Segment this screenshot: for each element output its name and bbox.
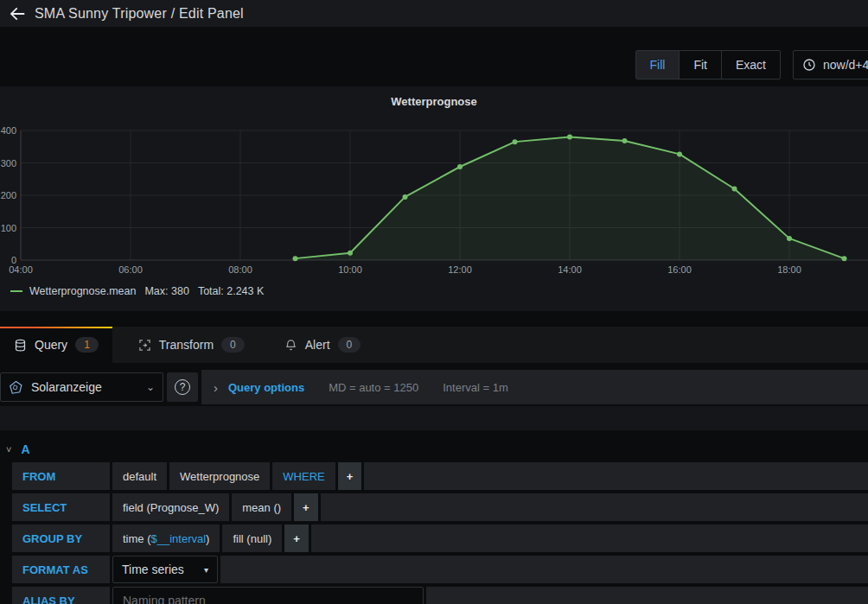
chevron-down-icon: ⌄	[146, 381, 155, 393]
query-options-toggle[interactable]: Query options	[228, 381, 304, 394]
svg-text:14:00: 14:00	[558, 264, 582, 275]
query-ref-id[interactable]: A	[21, 442, 29, 456]
tab-alert[interactable]: Alert 0	[271, 327, 374, 363]
view-mode-group: Fill Fit Exact	[635, 50, 781, 79]
row-filler	[364, 462, 868, 490]
chart-panel: Wetterprognose 04:0006:0008:0010:0012:00…	[0, 86, 868, 311]
svg-text:100: 100	[1, 223, 16, 233]
collapse-chevron-icon[interactable]: ˅	[6, 444, 11, 455]
svg-text:300: 300	[1, 158, 16, 168]
query-editor-rows: FROMdefaultWetterprognoseWHERE+SELECTfie…	[0, 462, 868, 604]
panel-title: Wetterprognose	[0, 86, 868, 108]
select-label[interactable]: SELECT	[12, 493, 110, 521]
svg-text:08:00: 08:00	[228, 264, 252, 275]
add-segment-button[interactable]: +	[338, 462, 362, 490]
weather-forecast-chart[interactable]: 04:0006:0008:0010:0012:0014:0016:0018:00…	[0, 121, 868, 285]
alert-count-badge: 0	[338, 337, 361, 353]
datasource-picker[interactable]: Solaranzeige ⌄	[0, 372, 163, 402]
query-segment[interactable]: mean ()	[232, 493, 291, 521]
group-by-label[interactable]: GROUP BY	[12, 525, 110, 552]
svg-text:16:00: 16:00	[667, 264, 692, 275]
query-row-format-as: FORMAT ASTime series▾	[12, 556, 868, 583]
row-filler	[220, 556, 868, 583]
add-segment-button[interactable]: +	[294, 493, 318, 521]
help-icon: ?	[175, 379, 190, 395]
row-filler	[426, 587, 868, 604]
add-segment-button[interactable]: +	[284, 525, 309, 552]
query-segment[interactable]: time ($__interval)	[112, 525, 220, 552]
page-title: SMA Sunny Tripower / Edit Panel	[35, 6, 244, 22]
legend-total-value: Total: 2.243 K	[198, 285, 264, 297]
max-data-points-info: MD = auto = 1250	[329, 381, 418, 394]
legend-series-color-dash	[10, 290, 22, 292]
exact-button[interactable]: Exact	[721, 51, 780, 79]
datasource-name: Solaranzeige	[31, 380, 102, 394]
chevron-right-icon[interactable]: ›	[214, 380, 218, 395]
svg-text:12:00: 12:00	[448, 264, 472, 275]
svg-text:06:00: 06:00	[118, 264, 143, 275]
tab-transform-label: Transform	[159, 338, 214, 352]
caret-down-icon: ▾	[204, 565, 208, 575]
query-row-alias-by: ALIAS BY	[12, 587, 868, 604]
query-segment[interactable]: Wetterprognose	[169, 462, 270, 490]
legend-series-name[interactable]: Wetterprognose.mean	[29, 285, 136, 297]
svg-text:0: 0	[11, 255, 16, 265]
alias-by-label[interactable]: ALIAS BY	[12, 587, 110, 604]
from-label[interactable]: FROM	[12, 462, 110, 490]
back-button[interactable]	[0, 0, 35, 28]
svg-text:200: 200	[1, 190, 16, 200]
transform-icon	[138, 339, 151, 352]
svg-text:10:00: 10:00	[338, 264, 362, 275]
editor-tabbar: Query 1 Transform 0 Alert 0	[0, 327, 868, 363]
section-divider	[0, 406, 868, 430]
query-options-bar: › Query options MD = auto = 1250 Interva…	[201, 370, 868, 404]
format-as-select[interactable]: Time series▾	[112, 556, 218, 583]
database-icon	[14, 339, 27, 352]
transform-count-badge: 0	[221, 337, 245, 353]
query-segment[interactable]: default	[112, 462, 167, 490]
datasource-row: Solaranzeige ⌄ ? › Query options MD = au…	[0, 370, 868, 404]
clock-icon	[802, 58, 816, 72]
query-segment[interactable]: WHERE	[272, 462, 335, 490]
format-as-value: Time series	[122, 563, 184, 576]
legend-max-value: Max: 380	[144, 285, 188, 297]
influxdb-icon	[9, 380, 23, 395]
row-filler	[311, 525, 868, 552]
datasource-help-button[interactable]: ?	[167, 372, 198, 402]
chart-legend: Wetterprognose.mean Max: 380 Total: 2.24…	[10, 285, 264, 297]
time-range-label: now/d+4	[823, 58, 868, 72]
query-section-header: ˅ A	[0, 436, 868, 462]
query-count-badge: 1	[75, 337, 99, 353]
tab-transform[interactable]: Transform 0	[124, 327, 258, 363]
arrow-left-icon	[8, 4, 27, 23]
row-filler	[321, 493, 868, 521]
tab-query-label: Query	[35, 338, 67, 352]
alias-by-input[interactable]	[112, 587, 424, 604]
tab-query[interactable]: Query 1	[0, 327, 112, 363]
page-header: SMA Sunny Tripower / Edit Panel	[0, 0, 868, 28]
query-row-select: SELECTfield (Prognose_W)mean ()+	[12, 493, 868, 521]
fill-button[interactable]: Fill	[636, 51, 680, 79]
interval-info: Interval = 1m	[443, 381, 508, 394]
fit-button[interactable]: Fit	[679, 51, 721, 79]
svg-text:04:00: 04:00	[9, 264, 33, 275]
query-segment[interactable]: field (Prognose_W)	[112, 493, 229, 521]
svg-text:18:00: 18:00	[777, 264, 801, 275]
query-row-group-by: GROUP BYtime ($__interval)fill (null)+	[12, 525, 868, 552]
query-segment[interactable]: fill (null)	[222, 525, 282, 552]
query-row-from: FROMdefaultWetterprognoseWHERE+	[12, 462, 868, 490]
time-range-button[interactable]: now/d+4	[793, 50, 868, 79]
format-as-label[interactable]: FORMAT AS	[12, 556, 110, 583]
svg-text:400: 400	[1, 125, 16, 136]
bell-icon	[284, 339, 297, 352]
tab-alert-label: Alert	[305, 338, 330, 352]
panel-toolbar: Fill Fit Exact now/d+4	[0, 28, 868, 86]
